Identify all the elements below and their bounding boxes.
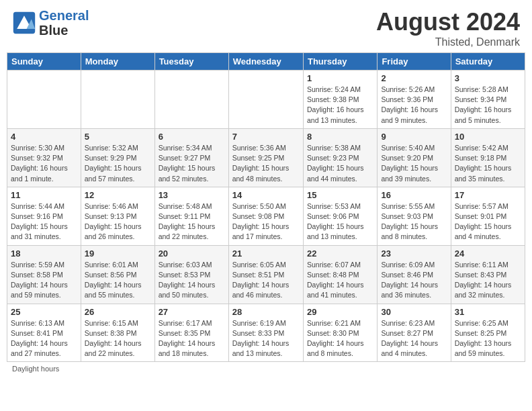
header-cell-thursday: Thursday (303, 53, 377, 71)
day-info: Sunrise: 6:19 AM Sunset: 8:33 PM Dayligh… (232, 318, 300, 359)
page-container: General Blue August 2024 Thisted, Denmar… (0, 0, 532, 375)
day-info: Sunrise: 5:38 AM Sunset: 9:23 PM Dayligh… (307, 143, 373, 184)
calendar-table: SundayMondayTuesdayWednesdayThursdayFrid… (7, 52, 525, 362)
day-info: Sunrise: 5:53 AM Sunset: 9:06 PM Dayligh… (307, 201, 373, 242)
day-number: 13 (159, 190, 225, 200)
header-cell-friday: Friday (378, 53, 451, 71)
day-cell: 30Sunrise: 6:23 AM Sunset: 8:27 PM Dayli… (378, 304, 451, 362)
header-cell-saturday: Saturday (451, 53, 525, 71)
day-number: 17 (455, 190, 521, 200)
day-number: 28 (232, 307, 300, 317)
day-cell (154, 71, 228, 129)
day-info: Sunrise: 6:05 AM Sunset: 8:51 PM Dayligh… (232, 260, 300, 301)
day-number: 31 (455, 307, 521, 317)
day-info: Sunrise: 6:11 AM Sunset: 8:43 PM Dayligh… (455, 260, 521, 301)
logo-line2: Blue (39, 23, 89, 38)
day-cell: 13Sunrise: 5:48 AM Sunset: 9:11 PM Dayli… (154, 187, 228, 245)
day-number: 20 (159, 248, 225, 259)
day-number: 1 (307, 73, 373, 83)
day-number: 7 (232, 132, 300, 142)
logo: General Blue (12, 8, 89, 38)
day-number: 8 (307, 132, 373, 142)
day-number: 12 (85, 190, 151, 200)
title-block: August 2024 Thisted, Denmark (376, 8, 520, 48)
day-cell (81, 71, 154, 129)
calendar-wrapper: SundayMondayTuesdayWednesdayThursdayFrid… (0, 52, 532, 362)
day-info: Sunrise: 5:34 AM Sunset: 9:27 PM Dayligh… (159, 143, 225, 184)
day-cell: 28Sunrise: 6:19 AM Sunset: 8:33 PM Dayli… (228, 304, 303, 362)
day-info: Sunrise: 6:07 AM Sunset: 8:48 PM Dayligh… (307, 260, 373, 301)
day-info: Sunrise: 6:15 AM Sunset: 8:38 PM Dayligh… (85, 318, 151, 359)
calendar-header-row: SundayMondayTuesdayWednesdayThursdayFrid… (7, 53, 525, 71)
day-number: 30 (381, 307, 447, 317)
day-number: 29 (307, 307, 373, 317)
footer: Daylight hours (0, 362, 532, 375)
day-cell: 1Sunrise: 5:24 AM Sunset: 9:38 PM Daylig… (303, 71, 377, 129)
header-cell-wednesday: Wednesday (228, 53, 303, 71)
day-number: 14 (232, 190, 300, 200)
day-cell: 3Sunrise: 5:28 AM Sunset: 9:34 PM Daylig… (451, 71, 525, 129)
day-cell: 12Sunrise: 5:46 AM Sunset: 9:13 PM Dayli… (81, 187, 154, 245)
day-cell (228, 71, 303, 129)
day-info: Sunrise: 6:09 AM Sunset: 8:46 PM Dayligh… (381, 260, 447, 301)
day-cell: 22Sunrise: 6:07 AM Sunset: 8:48 PM Dayli… (303, 245, 377, 304)
week-row-3: 11Sunrise: 5:44 AM Sunset: 9:16 PM Dayli… (7, 187, 525, 245)
header: General Blue August 2024 Thisted, Denmar… (0, 0, 532, 52)
day-info: Sunrise: 6:21 AM Sunset: 8:30 PM Dayligh… (307, 318, 373, 359)
day-number: 2 (381, 73, 447, 83)
day-cell: 6Sunrise: 5:34 AM Sunset: 9:27 PM Daylig… (154, 128, 228, 187)
week-row-4: 18Sunrise: 5:59 AM Sunset: 8:58 PM Dayli… (7, 245, 525, 304)
day-info: Sunrise: 6:13 AM Sunset: 8:41 PM Dayligh… (11, 318, 77, 359)
daylight-label: Daylight hours (12, 365, 59, 373)
day-info: Sunrise: 6:17 AM Sunset: 8:35 PM Dayligh… (159, 318, 225, 359)
day-cell: 16Sunrise: 5:55 AM Sunset: 9:03 PM Dayli… (378, 187, 451, 245)
logo-icon (12, 11, 36, 35)
day-number: 5 (85, 132, 151, 142)
day-info: Sunrise: 5:46 AM Sunset: 9:13 PM Dayligh… (85, 201, 151, 242)
day-cell: 10Sunrise: 5:42 AM Sunset: 9:18 PM Dayli… (451, 128, 525, 187)
day-cell: 24Sunrise: 6:11 AM Sunset: 8:43 PM Dayli… (451, 245, 525, 304)
day-info: Sunrise: 5:42 AM Sunset: 9:18 PM Dayligh… (455, 143, 521, 184)
day-number: 27 (159, 307, 225, 317)
day-cell: 7Sunrise: 5:36 AM Sunset: 9:25 PM Daylig… (228, 128, 303, 187)
header-cell-monday: Monday (81, 53, 154, 71)
day-number: 10 (455, 132, 521, 142)
day-info: Sunrise: 5:59 AM Sunset: 8:58 PM Dayligh… (11, 260, 77, 301)
day-cell: 14Sunrise: 5:50 AM Sunset: 9:08 PM Dayli… (228, 187, 303, 245)
day-info: Sunrise: 5:26 AM Sunset: 9:36 PM Dayligh… (381, 85, 447, 126)
day-cell: 23Sunrise: 6:09 AM Sunset: 8:46 PM Dayli… (378, 245, 451, 304)
header-cell-sunday: Sunday (7, 53, 81, 71)
day-info: Sunrise: 5:30 AM Sunset: 9:32 PM Dayligh… (11, 143, 77, 184)
day-number: 3 (455, 73, 521, 83)
day-number: 22 (307, 248, 373, 259)
day-cell: 5Sunrise: 5:32 AM Sunset: 9:29 PM Daylig… (81, 128, 154, 187)
day-number: 15 (307, 190, 373, 200)
day-number: 16 (381, 190, 447, 200)
day-info: Sunrise: 6:03 AM Sunset: 8:53 PM Dayligh… (159, 260, 225, 301)
logo-line1: General (39, 8, 89, 23)
day-number: 4 (11, 132, 77, 142)
day-cell: 20Sunrise: 6:03 AM Sunset: 8:53 PM Dayli… (154, 245, 228, 304)
day-info: Sunrise: 5:40 AM Sunset: 9:20 PM Dayligh… (381, 143, 447, 184)
day-cell: 15Sunrise: 5:53 AM Sunset: 9:06 PM Dayli… (303, 187, 377, 245)
day-info: Sunrise: 5:48 AM Sunset: 9:11 PM Dayligh… (159, 201, 225, 242)
day-info: Sunrise: 5:36 AM Sunset: 9:25 PM Dayligh… (232, 143, 300, 184)
day-cell: 25Sunrise: 6:13 AM Sunset: 8:41 PM Dayli… (7, 304, 81, 362)
day-number: 26 (85, 307, 151, 317)
week-row-2: 4Sunrise: 5:30 AM Sunset: 9:32 PM Daylig… (7, 128, 525, 187)
day-number: 6 (159, 132, 225, 142)
day-number: 11 (11, 190, 77, 200)
day-cell: 17Sunrise: 5:57 AM Sunset: 9:01 PM Dayli… (451, 187, 525, 245)
header-cell-tuesday: Tuesday (154, 53, 228, 71)
day-info: Sunrise: 5:50 AM Sunset: 9:08 PM Dayligh… (232, 201, 300, 242)
day-cell: 27Sunrise: 6:17 AM Sunset: 8:35 PM Dayli… (154, 304, 228, 362)
day-cell: 4Sunrise: 5:30 AM Sunset: 9:32 PM Daylig… (7, 128, 81, 187)
day-cell: 21Sunrise: 6:05 AM Sunset: 8:51 PM Dayli… (228, 245, 303, 304)
day-number: 23 (381, 248, 447, 259)
day-cell: 9Sunrise: 5:40 AM Sunset: 9:20 PM Daylig… (378, 128, 451, 187)
day-info: Sunrise: 5:24 AM Sunset: 9:38 PM Dayligh… (307, 85, 373, 126)
day-info: Sunrise: 5:55 AM Sunset: 9:03 PM Dayligh… (381, 201, 447, 242)
day-cell: 2Sunrise: 5:26 AM Sunset: 9:36 PM Daylig… (378, 71, 451, 129)
day-cell (7, 71, 81, 129)
day-cell: 26Sunrise: 6:15 AM Sunset: 8:38 PM Dayli… (81, 304, 154, 362)
